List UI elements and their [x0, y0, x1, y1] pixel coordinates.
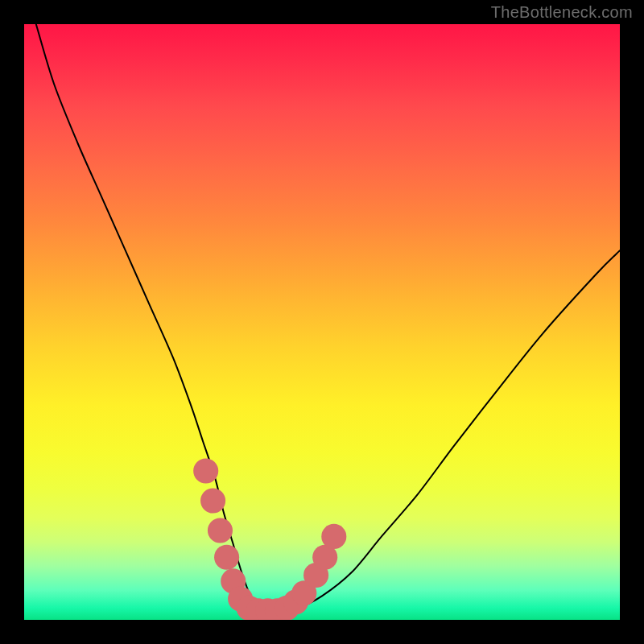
- curve-layer: [24, 24, 620, 620]
- curve-marker: [321, 524, 346, 549]
- curve-marker: [214, 545, 239, 570]
- chart-stage: TheBottleneck.com: [0, 0, 644, 644]
- curve-marker: [208, 518, 233, 543]
- curve-marker: [193, 458, 218, 483]
- plot-area: [24, 24, 620, 620]
- curve-marker: [200, 488, 225, 513]
- bottleneck-curve: [36, 24, 620, 611]
- watermark-text: TheBottleneck.com: [491, 3, 633, 22]
